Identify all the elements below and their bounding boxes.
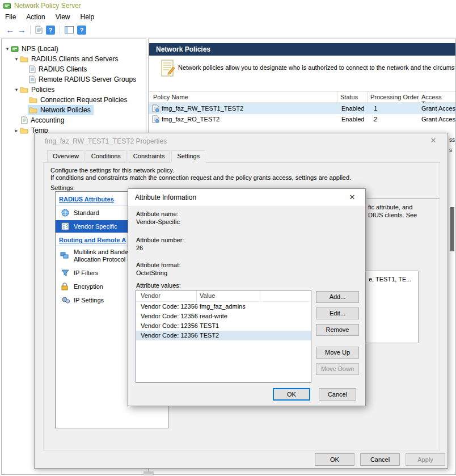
export-list-icon[interactable] — [35, 26, 43, 34]
context-help-icon[interactable]: ? — [77, 26, 86, 35]
attribute-number-label: Attribute number: — [136, 237, 184, 243]
remove-button[interactable]: Remove — [316, 324, 359, 336]
tab-constraints[interactable]: Constraints — [128, 150, 171, 162]
tree-item-network-policies[interactable]: Network Policies — [2, 105, 146, 115]
menu-file[interactable]: File — [0, 11, 21, 23]
attribute-name-value: Vendor-Specific — [136, 218, 180, 225]
tree-item-policies[interactable]: ▾ Policies — [2, 85, 146, 95]
menu-action[interactable]: Action — [21, 11, 50, 23]
clipped-text-fragment: ss — [449, 137, 455, 143]
forward-icon[interactable]: → — [16, 25, 27, 35]
settings-item-label: IP Settings — [74, 294, 104, 306]
add-button[interactable]: Add... — [316, 291, 359, 303]
tab-conditions[interactable]: Conditions — [86, 150, 126, 162]
tree-item-nps-local[interactable]: ▾ NPS (Local) — [2, 44, 146, 54]
vendor-specific-icon — [61, 222, 69, 230]
menu-bar: File Action View Help — [0, 11, 456, 23]
menu-help[interactable]: Help — [75, 11, 100, 23]
expander-icon[interactable]: ▸ — [13, 128, 20, 133]
ok-button[interactable]: OK — [273, 388, 310, 401]
dialog-title: fmg_faz_RW_TEST1_TEST2 Properties — [45, 137, 167, 145]
policy-order: 2 — [374, 116, 377, 123]
attribute-list-header: Vendor Value — [136, 290, 311, 302]
column-policy-name[interactable]: Policy Name — [153, 94, 188, 100]
clipped-text-fragment: s — [449, 147, 452, 153]
expander-icon[interactable]: ▾ — [13, 56, 20, 62]
tree-item-label: Network Policies — [40, 106, 91, 114]
column-divider — [419, 92, 419, 103]
tree-item-label: RADIUS Clients — [39, 65, 87, 73]
attribute-value-row[interactable]: Vendor Code: 12356 TEST1 — [136, 321, 311, 331]
help-icon[interactable]: ? — [46, 26, 55, 35]
toolbar: ← → ? ? — [0, 23, 456, 37]
column-vendor[interactable]: Vendor — [141, 292, 161, 299]
pane-header-title: Network Policies — [156, 45, 210, 53]
tree-item-connection-request-policies[interactable]: Connection Request Policies — [2, 95, 146, 105]
tree-item-radius-clients[interactable]: RADIUS Clients — [2, 64, 146, 74]
tab-overview[interactable]: Overview — [47, 150, 85, 162]
remote-radius-groups-icon — [29, 75, 36, 83]
tree-item-remote-radius-server-groups[interactable]: Remote RADIUS Server Groups — [2, 74, 146, 85]
toolbar-separator — [60, 26, 60, 35]
move-up-button[interactable]: Move Up — [316, 347, 359, 359]
tree-item-radius-clients-and-servers[interactable]: ▾ RADIUS Clients and Servers — [2, 54, 146, 64]
cancel-button[interactable]: Cancel — [360, 453, 400, 466]
policy-row[interactable]: fmg_faz_RO_TEST2 Enabled 2 Grant Access — [149, 114, 456, 125]
expander-icon[interactable]: ▾ — [13, 87, 20, 92]
policy-name: fmg_faz_RO_TEST2 — [162, 116, 332, 123]
policy-row[interactable]: fmg_faz_RW_TEST1_TEST2 Enabled 1 Grant A… — [149, 103, 456, 114]
edit-button[interactable]: Edit... — [316, 307, 359, 319]
back-icon[interactable]: ← — [5, 25, 16, 35]
tree-item-accounting[interactable]: Accounting — [2, 115, 146, 125]
move-down-button[interactable]: Move Down — [316, 363, 359, 375]
clipped-help-text: DIUS clients. See — [368, 212, 417, 218]
policy-icon — [152, 115, 159, 124]
expander-icon[interactable]: ▾ — [4, 46, 11, 52]
attribute-value-row-selected[interactable]: Vendor Code: 12356 TEST2 — [136, 331, 311, 340]
ok-button[interactable]: OK — [315, 453, 354, 466]
folder-icon — [29, 107, 37, 113]
attribute-dialog: Attribute Information ✕ Attribute name: … — [128, 188, 366, 406]
close-icon[interactable]: ✕ — [425, 136, 442, 145]
column-processing-order[interactable]: Processing Order — [370, 94, 419, 100]
scrollbar-thumb[interactable] — [450, 207, 454, 251]
tab-settings[interactable]: Settings — [171, 150, 205, 163]
settings-group-label: RADIUS Attributes — [59, 196, 114, 203]
close-icon[interactable]: ✕ — [344, 193, 361, 201]
folder-icon — [20, 56, 28, 62]
lock-icon — [61, 283, 68, 290]
attribute-number-value: 26 — [136, 245, 143, 251]
window-edge-fragment — [143, 471, 154, 475]
radius-clients-icon — [29, 65, 36, 73]
show-console-tree-icon[interactable] — [65, 26, 74, 33]
policy-status: Enabled — [341, 105, 364, 112]
app-icon — [3, 2, 11, 10]
value-cell: TEST1 — [200, 321, 219, 331]
column-status[interactable]: Status — [340, 94, 358, 100]
properties-tabs: Overview Conditions Constraints Settings — [47, 150, 206, 163]
value-cell: read-write — [200, 311, 227, 321]
column-divider — [337, 92, 337, 103]
settings-intro-line1: Configure the settings for this network … — [50, 167, 174, 174]
column-value[interactable]: Value — [200, 292, 215, 299]
dialog-title: Attribute Information — [135, 193, 196, 201]
vendor-cell: Vendor Code: 12356 — [141, 311, 198, 321]
attribute-value-row[interactable]: Vendor Code: 12356 read-write — [136, 311, 311, 321]
tree-item-label: RADIUS Clients and Servers — [31, 55, 118, 63]
clipped-help-text: fic attribute, and — [368, 204, 412, 210]
menu-view[interactable]: View — [50, 11, 75, 23]
settings-item-label: Vendor Specific — [74, 220, 117, 233]
apply-button[interactable]: Apply — [406, 453, 445, 466]
tree-item-label: NPS (Local) — [22, 45, 58, 53]
attribute-format-value: OctetString — [136, 269, 167, 276]
attribute-value-row[interactable]: Vendor Code: 12356 fmg_faz_admins — [136, 302, 311, 311]
multilink-icon — [60, 251, 69, 259]
policy-access-type: Grant Access — [421, 116, 456, 123]
policy-order: 1 — [374, 105, 377, 112]
settings-intro-line2: If conditions and constraints match the … — [50, 174, 351, 181]
tree-item-label: Accounting — [31, 116, 64, 124]
clipped-attribute-value: e, TEST1, TE... — [369, 276, 411, 283]
cancel-button[interactable]: Cancel — [319, 388, 356, 401]
column-divider — [196, 290, 197, 302]
folder-icon — [29, 96, 37, 103]
